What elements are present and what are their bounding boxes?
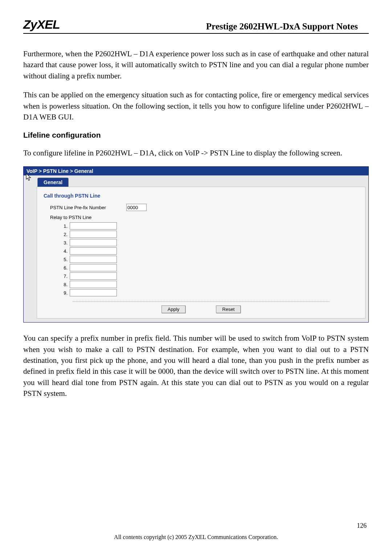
separator — [73, 301, 330, 302]
relay-input-2[interactable] — [70, 231, 117, 238]
relay-num-2: 2. — [60, 232, 68, 237]
paragraph-4: You can specify a prefix number in prefi… — [23, 333, 369, 399]
relay-num-6: 6. — [60, 265, 68, 271]
section-heading: Lifeline configuration — [23, 131, 369, 139]
panel-general: Call through PSTN Line PSTN Line Pre-fix… — [37, 187, 366, 319]
relay-num-3: 3. — [60, 240, 68, 246]
breadcrumb: VoIP > PSTN Line > General — [26, 168, 93, 174]
doc-title: Prestige 2602HWL-DxA Support Notes — [206, 21, 369, 32]
gui-screenshot: VoIP > PSTN Line > General General Call … — [23, 166, 369, 323]
relay-input-1[interactable] — [70, 222, 117, 230]
panel-heading: Call through PSTN Line — [44, 193, 359, 199]
relay-input-9[interactable] — [70, 289, 117, 296]
relay-num-5: 5. — [60, 257, 68, 262]
prefix-label: PSTN Line Pre-fix Number — [50, 205, 126, 210]
logo: ZyXEL — [23, 17, 60, 32]
prefix-input[interactable] — [126, 204, 147, 211]
relay-num-8: 8. — [60, 282, 68, 287]
footer-copyright: All contents copyright (c) 2005 ZyXEL Co… — [0, 534, 392, 540]
relay-input-6[interactable] — [70, 264, 117, 271]
relay-label: Relay to PSTN Line — [50, 215, 359, 220]
relay-num-4: 4. — [60, 248, 68, 254]
relay-input-5[interactable] — [70, 256, 117, 263]
apply-button[interactable]: Apply — [162, 305, 186, 313]
paragraph-1: Furthermore, when the P2602HWL – D1A exp… — [23, 48, 369, 81]
relay-input-3[interactable] — [70, 239, 117, 246]
page-number: 126 — [357, 522, 367, 530]
relay-input-7[interactable] — [70, 272, 117, 280]
paragraph-2: This can be applied on the emergency sit… — [23, 89, 369, 122]
relay-num-1: 1. — [60, 223, 68, 229]
breadcrumb-bar: VoIP > PSTN Line > General — [24, 167, 368, 175]
page-header: ZyXEL Prestige 2602HWL-DxA Support Notes — [23, 17, 369, 34]
relay-input-4[interactable] — [70, 247, 117, 255]
reset-button[interactable]: Reset — [216, 305, 241, 313]
relay-input-8[interactable] — [70, 281, 117, 288]
paragraph-3: To configure lifeline in P2602HWL – D1A,… — [23, 147, 369, 158]
relay-num-7: 7. — [60, 274, 68, 279]
tab-general[interactable]: General — [37, 178, 69, 187]
cursor-icon — [26, 173, 32, 183]
relay-num-9: 9. — [60, 290, 68, 296]
